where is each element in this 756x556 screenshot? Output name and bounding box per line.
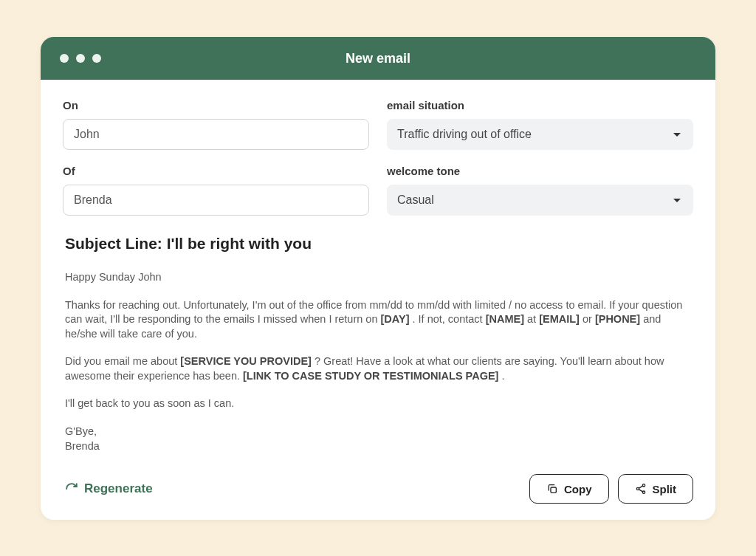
svg-line-4: [639, 486, 642, 488]
refresh-icon: [65, 482, 78, 495]
traffic-light-minimize[interactable]: [76, 54, 85, 63]
placeholder-phone: [PHONE]: [595, 313, 640, 325]
copy-icon: [546, 483, 558, 495]
traffic-light-close[interactable]: [60, 54, 69, 63]
email-composer-window: New email On email situation Traffic dri…: [41, 37, 715, 520]
split-label: Split: [653, 483, 677, 495]
tone-select[interactable]: Casual: [387, 185, 693, 216]
right-actions: Copy Split: [529, 474, 693, 504]
situation-label: email situation: [387, 99, 693, 111]
field-of: Of: [63, 165, 369, 216]
greeting-line: Happy Sunday John: [65, 270, 693, 285]
tone-label: welcome tone: [387, 165, 693, 177]
titlebar: New email: [41, 37, 715, 80]
subject-prefix: Subject Line:: [65, 235, 167, 252]
split-button[interactable]: Split: [618, 474, 694, 504]
field-tone: welcome tone Casual: [387, 165, 693, 216]
field-situation: email situation Traffic driving out of o…: [387, 99, 693, 150]
regenerate-button[interactable]: Regenerate: [65, 481, 153, 496]
email-body: Happy Sunday John Thanks for reaching ou…: [65, 270, 693, 453]
on-label: On: [63, 99, 369, 111]
sender-name: Brenda: [65, 440, 100, 452]
signature: G'Bye, Brenda: [65, 425, 693, 453]
window-controls: [60, 54, 101, 63]
field-on: On: [63, 99, 369, 150]
placeholder-service: [SERVICE YOU PROVIDE]: [180, 355, 312, 367]
subject-line: Subject Line: I'll be right with you: [65, 235, 693, 253]
window-title: New email: [41, 51, 715, 66]
tone-value: Casual: [397, 193, 434, 207]
copy-button[interactable]: Copy: [529, 474, 609, 504]
situation-value: Traffic driving out of office: [397, 128, 532, 141]
svg-rect-0: [551, 487, 556, 492]
placeholder-link: [LINK TO CASE STUDY OR TESTIMONIALS PAGE…: [243, 370, 498, 382]
svg-line-5: [639, 490, 642, 492]
paragraph-2: Did you email me about [SERVICE YOU PROV…: [65, 354, 693, 383]
placeholder-day: [DAY]: [381, 313, 410, 325]
share-icon: [635, 483, 647, 495]
placeholder-email: [EMAIL]: [539, 313, 580, 325]
subject-text: I'll be right with you: [167, 235, 312, 252]
paragraph-1: Thanks for reaching out. Unfortunately, …: [65, 298, 693, 342]
actions-row: Regenerate Copy: [63, 474, 693, 504]
signoff: G'Bye,: [65, 425, 97, 437]
situation-select[interactable]: Traffic driving out of office: [387, 119, 693, 150]
copy-label: Copy: [564, 483, 592, 495]
traffic-light-fullscreen[interactable]: [92, 54, 101, 63]
regenerate-label: Regenerate: [84, 481, 153, 496]
inputs-grid: On email situation Traffic driving out o…: [63, 99, 693, 216]
window-content: On email situation Traffic driving out o…: [41, 80, 715, 520]
of-input[interactable]: [63, 185, 369, 216]
on-input[interactable]: [63, 119, 369, 150]
paragraph-3: I'll get back to you as soon as I can.: [65, 397, 693, 411]
of-label: Of: [63, 165, 369, 177]
chevron-down-icon: [673, 128, 681, 141]
placeholder-name: [NAME]: [486, 313, 524, 325]
chevron-down-icon: [673, 193, 681, 207]
